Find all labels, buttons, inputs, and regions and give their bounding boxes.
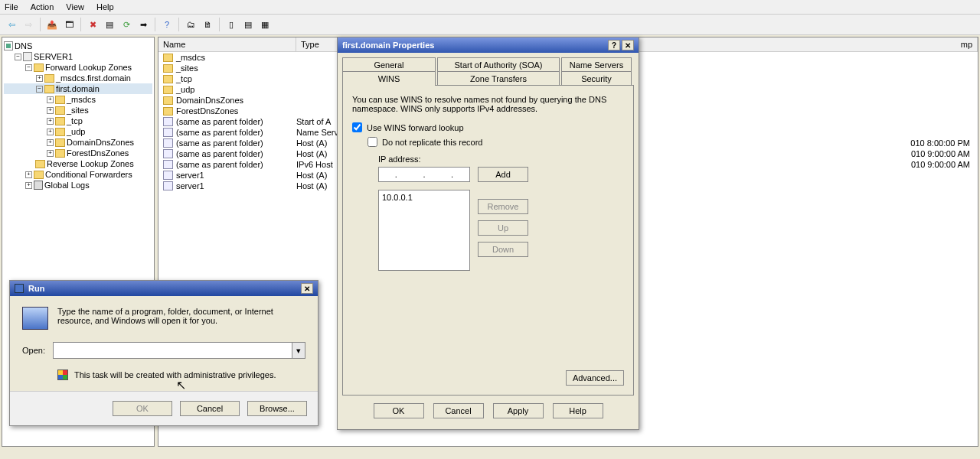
apply-button[interactable]: Apply [493,403,544,418]
expand-icon[interactable]: + [47,96,54,103]
up-icon[interactable]: 📤 [45,18,59,31]
tab-zone-transfers[interactable]: Zone Transfers [437,71,560,86]
no-replicate-input[interactable] [368,137,377,147]
chevron-down-icon[interactable]: ▾ [292,343,305,358]
cancel-button[interactable]: Cancel [180,401,240,416]
tree-ddz[interactable]: +DomainDnsZones [4,137,152,148]
tree-server-label: SERVER1 [34,52,73,61]
show-hide-icon[interactable]: 🗔 [62,18,76,31]
record-icon [163,128,173,137]
collapse-icon[interactable]: − [36,86,43,93]
ip-address-input[interactable]: ... [378,167,470,182]
tab-soa[interactable]: Start of Authority (SOA) [437,57,560,72]
cancel-button[interactable]: Cancel [433,403,484,418]
expand-icon[interactable]: + [36,75,43,82]
tree-fwd-label: Forward Lookup Zones [45,63,132,72]
tree-first-domain[interactable]: −first.domain [4,83,152,94]
properties-icon[interactable]: ▤ [103,18,116,31]
row-name: (same as parent folder) [176,149,263,158]
col-name-header[interactable]: Name [158,37,296,51]
tree-fwd-zones[interactable]: −Forward Lookup Zones [4,62,152,73]
expand-icon[interactable]: + [47,150,54,157]
folder-icon [55,138,65,147]
help-button[interactable]: Help [553,403,603,418]
expand-icon[interactable]: + [25,171,32,178]
tree-fdz[interactable]: +ForestDnsZones [4,148,152,158]
down-button[interactable]: Down [478,242,528,257]
expand-icon[interactable]: + [47,118,54,125]
expand-icon[interactable]: + [25,182,32,189]
wins-server-item[interactable]: 10.0.0.1 [382,193,466,202]
folder-icon [44,85,54,93]
advanced-button[interactable]: Advanced... [566,370,624,386]
tab-name-servers[interactable]: Name Servers [561,57,632,72]
menu-action[interactable]: Action [31,2,54,11]
use-wins-checkbox[interactable]: Use WINS forward lookup [352,122,624,132]
expand-icon[interactable]: + [47,129,54,135]
folder-icon [34,63,44,72]
toolbar: ⇦ ⇨ 📤 🗔 ✖ ▤ ⟳ ➡ ? 🗂 🗎 ▯ ▤ ▦ [0,15,980,35]
tree-rev-zones[interactable]: Reverse Lookup Zones [4,158,152,169]
tool-icon-2[interactable]: 🗎 [201,18,214,31]
tree-msdcs-zone[interactable]: +_msdcs.first.domain [4,73,152,83]
browse-button[interactable]: Browse... [247,401,307,416]
tab-general[interactable]: General [342,57,436,72]
ip-address-label: IP address: [378,155,624,164]
menu-help[interactable]: Help [96,2,114,11]
record-icon [163,138,173,148]
row-name: _tcp [176,74,192,83]
close-button[interactable]: ✕ [301,283,313,294]
ok-button[interactable]: OK [113,401,172,416]
menu-file[interactable]: File [5,2,18,11]
forward-icon[interactable]: ⇨ [21,18,35,31]
export-icon[interactable]: ➡ [136,18,150,31]
tree-tcp[interactable]: +_tcp [4,116,152,126]
row-name: (same as parent folder) [176,138,263,148]
tool-icon-3[interactable]: ▯ [224,18,238,31]
add-button[interactable]: Add [478,167,528,182]
tab-wins[interactable]: WINS [342,71,436,86]
expand-icon[interactable]: + [47,139,54,146]
tool-icon-1[interactable]: 🗂 [184,18,198,31]
help-icon[interactable]: ? [160,18,174,31]
close-button[interactable]: ✕ [622,40,634,50]
tool-icon-5[interactable]: ▦ [258,18,272,31]
tool-icon-4[interactable]: ▤ [241,18,255,31]
row-name: _msdcs [176,53,205,62]
tree-root[interactable]: DNS [4,41,152,51]
run-dialog: Run ✕ Type the name of a program, folder… [9,280,318,426]
up-button[interactable]: Up [478,220,528,236]
tree-sites[interactable]: +_sites [4,105,152,116]
collapse-icon[interactable]: − [25,64,32,71]
back-icon[interactable]: ⇦ [5,18,18,31]
tree-item-label: ForestDnsZones [67,148,129,158]
delete-icon[interactable]: ✖ [86,18,100,31]
tree-cond-fwd[interactable]: +Conditional Forwarders [4,169,152,180]
expand-icon[interactable]: + [47,107,54,114]
record-icon [163,149,173,158]
tree-global-logs[interactable]: +Global Logs [4,180,152,190]
collapse-icon[interactable]: − [15,54,21,60]
no-replicate-checkbox[interactable]: Do not replicate this record [368,137,624,147]
ok-button[interactable]: OK [374,403,424,418]
tree-server[interactable]: −SERVER1 [4,51,152,62]
record-icon [163,171,173,180]
open-input[interactable] [54,343,292,358]
tree-udp[interactable]: +_udp [4,126,152,137]
record-icon [163,117,173,126]
use-wins-input[interactable] [352,122,362,132]
tree-item-label: _udp [67,127,85,136]
open-combobox[interactable]: ▾ [53,342,305,359]
dialog-titlebar[interactable]: Run ✕ [10,281,318,296]
tree-msdcs[interactable]: +_msdcs [4,94,152,105]
folder-icon [163,75,173,83]
refresh-icon[interactable]: ⟳ [119,18,133,31]
wins-servers-list[interactable]: 10.0.0.1 [378,190,470,271]
tab-security[interactable]: Security [561,71,632,86]
dialog-titlebar[interactable]: first.domain Properties ? ✕ [338,37,639,53]
record-icon [163,181,173,190]
remove-button[interactable]: Remove [478,199,528,214]
help-button[interactable]: ? [608,40,620,50]
folder-icon [34,171,44,179]
menu-view[interactable]: View [66,2,84,11]
